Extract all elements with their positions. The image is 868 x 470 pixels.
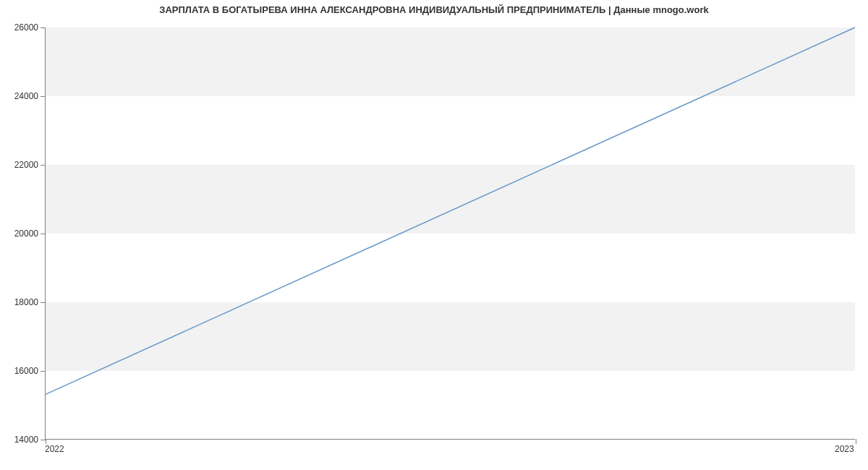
y-tick-label: 14000 [14,435,38,445]
x-tick-label: 2023 [835,444,854,454]
chart-title: ЗАРПЛАТА В БОГАТЫРЕВА ИННА АЛЕКСАНДРОВНА… [0,4,868,15]
y-tick [41,234,46,234]
y-tick [41,371,46,372]
line-series [46,27,855,439]
y-tick [41,440,46,440]
x-tick [856,439,856,444]
y-tick [41,302,46,303]
y-tick-label: 22000 [14,160,38,170]
y-tick-label: 24000 [14,91,38,101]
y-tick-label: 26000 [14,22,38,33]
plot-area [45,27,855,440]
x-tick-label: 2022 [45,444,64,454]
y-tick-label: 18000 [14,297,38,307]
y-tick [41,165,46,166]
y-tick [41,27,46,28]
x-tick [46,439,46,444]
y-tick-label: 20000 [14,228,38,239]
salary-chart: ЗАРПЛАТА В БОГАТЫРЕВА ИННА АЛЕКСАНДРОВНА… [0,0,868,470]
y-tick [41,96,46,97]
y-tick-label: 16000 [14,366,38,376]
